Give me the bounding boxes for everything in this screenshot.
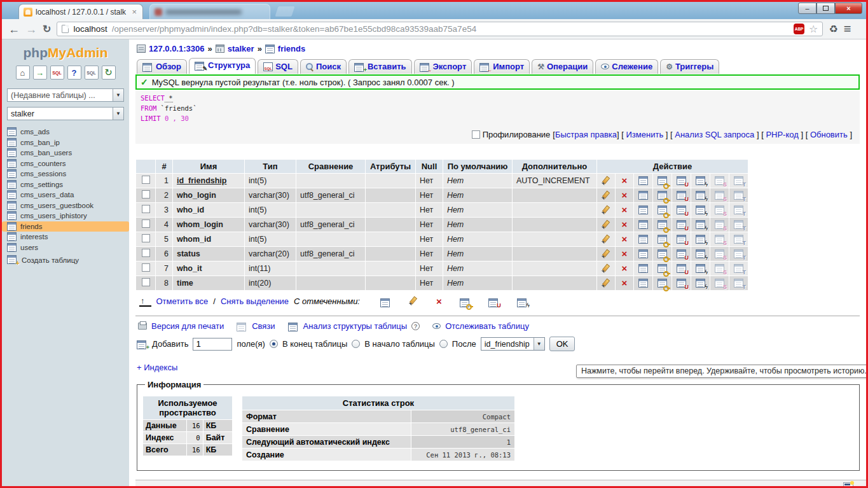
back-button[interactable]: ← <box>8 24 20 35</box>
relations-link[interactable]: Связи <box>252 321 275 331</box>
unique-index-icon[interactable]: U <box>676 220 687 230</box>
breadcrumb-database[interactable]: stalker <box>228 44 254 53</box>
primary-key-icon[interactable] <box>657 235 668 244</box>
check-all-link[interactable]: Отметить все <box>156 296 209 306</box>
radio-at-end[interactable] <box>270 340 278 348</box>
after-field-select[interactable]: id_friendship ▼ <box>481 337 545 351</box>
query-action-link[interactable]: PHP-код <box>766 130 798 139</box>
drop-x-icon[interactable]: × <box>622 220 628 229</box>
help-circle-icon[interactable]: ? <box>411 322 420 330</box>
drop-x-icon[interactable]: × <box>622 263 628 273</box>
primary-key-icon[interactable] <box>460 297 471 307</box>
recent-tables-select[interactable]: (Недавние таблицы) ... ▼ <box>7 88 124 102</box>
browse-icon[interactable] <box>638 220 649 230</box>
open-new-window-icon[interactable] <box>843 482 853 486</box>
unique-index-icon[interactable]: U <box>676 206 687 215</box>
query-action-link[interactable]: Обновить <box>810 130 848 139</box>
drop-x-icon[interactable]: × <box>622 176 628 185</box>
index-icon[interactable]: ϟ <box>695 279 706 288</box>
reload-button[interactable]: ↻ <box>43 24 51 34</box>
primary-key-icon[interactable] <box>657 279 668 288</box>
sidebar-table-item[interactable]: cms_ban_users <box>2 148 129 158</box>
close-button[interactable]: × <box>835 3 862 14</box>
tab-операции[interactable]: ⚒Операции <box>532 59 593 74</box>
sql-window-icon[interactable]: SQL <box>50 66 64 80</box>
home-icon[interactable]: ⌂ <box>16 66 30 80</box>
address-bar[interactable]: localhost /openserver/phpmyadmin/index.p… <box>57 22 823 36</box>
field-count-input[interactable] <box>193 338 232 351</box>
sidebar-table-item[interactable]: cms_users_data <box>2 190 129 200</box>
sidebar-table-item[interactable]: cms_sessions <box>2 169 129 179</box>
maximize-button[interactable] <box>816 3 835 14</box>
unique-index-icon[interactable]: U <box>676 264 687 274</box>
forward-button[interactable]: → <box>25 24 37 35</box>
reload-navigation-icon[interactable]: ↻ <box>102 66 116 80</box>
browser-tab-active[interactable]: localhost / 127.0.0.1 / stalk × <box>18 4 143 19</box>
unique-index-icon[interactable]: U <box>676 176 687 186</box>
browse-icon[interactable] <box>638 235 649 244</box>
primary-key-icon[interactable] <box>657 220 668 230</box>
chrome-menu-icon[interactable]: ≡ <box>844 22 851 36</box>
adblock-icon[interactable]: ABP <box>794 24 804 34</box>
primary-key-icon[interactable] <box>657 191 668 200</box>
sidebar-table-item[interactable]: cms_settings <box>2 179 129 190</box>
unique-index-icon[interactable]: U <box>676 249 687 259</box>
row-checkbox[interactable] <box>142 220 150 228</box>
analyze-structure-link[interactable]: Анализ структуры таблицы <box>303 321 408 331</box>
tab-триггеры[interactable]: ⚙Триггеры <box>660 59 719 74</box>
index-icon[interactable]: ϟ <box>517 297 528 307</box>
unique-index-icon[interactable]: U <box>676 191 687 200</box>
edit-pencil-icon[interactable] <box>602 176 611 185</box>
tab-вставить[interactable]: +Вставить <box>348 59 412 74</box>
sql-docs-icon[interactable]: SQL <box>85 66 99 80</box>
browse-icon[interactable] <box>380 297 391 307</box>
browse-icon[interactable] <box>638 191 649 200</box>
create-table-link[interactable]: + Создать таблицу <box>2 253 129 266</box>
edit-pencil-icon[interactable] <box>602 249 611 258</box>
sidebar-table-item[interactable]: cms_ban_ip <box>2 137 129 148</box>
index-icon[interactable]: ϟ <box>695 191 706 200</box>
uncheck-all-link[interactable]: Снять выделение <box>221 296 289 306</box>
unique-index-icon[interactable]: U <box>676 279 687 288</box>
edit-pencil-icon[interactable] <box>602 278 611 287</box>
sidebar-table-item[interactable]: users <box>2 242 129 253</box>
profiling-checkbox[interactable] <box>472 130 480 139</box>
breadcrumb-server[interactable]: 127.0.0.1:3306 <box>149 44 204 53</box>
database-select[interactable]: stalker ▼ <box>7 107 124 120</box>
drop-x-icon[interactable]: × <box>622 190 628 200</box>
edit-pencil-icon[interactable] <box>409 296 418 305</box>
ok-button[interactable]: OK <box>549 337 575 351</box>
index-icon[interactable]: ϟ <box>695 264 706 274</box>
tab-импорт[interactable]: ←Импорт <box>474 59 530 74</box>
index-icon[interactable]: ϟ <box>695 206 706 215</box>
tab-обзор[interactable]: Обзор <box>137 59 187 74</box>
browse-icon[interactable] <box>638 206 649 215</box>
sidebar-table-item[interactable]: cms_counters <box>2 158 129 169</box>
drop-x-icon[interactable]: × <box>436 296 442 306</box>
radio-after[interactable] <box>439 340 448 348</box>
edit-pencil-icon[interactable] <box>602 205 611 214</box>
logout-icon[interactable]: → <box>33 66 47 80</box>
browse-icon[interactable] <box>638 279 649 288</box>
drop-x-icon[interactable]: × <box>622 278 628 288</box>
breadcrumb-table[interactable]: friends <box>278 44 305 53</box>
tab-структура[interactable]: ✎Структура <box>189 58 256 74</box>
tab-поиск[interactable]: Поиск <box>300 59 347 74</box>
query-action-link[interactable]: Быстрая правка <box>555 130 617 139</box>
row-checkbox[interactable] <box>142 176 150 184</box>
row-checkbox[interactable] <box>142 190 150 199</box>
unique-index-icon[interactable]: U <box>676 235 687 244</box>
row-checkbox[interactable] <box>142 249 150 257</box>
radio-at-begin[interactable] <box>352 340 360 348</box>
help-icon[interactable]: ? <box>67 66 81 80</box>
print-view-link[interactable]: Версия для печати <box>151 321 224 331</box>
browse-icon[interactable] <box>638 249 649 259</box>
unique-index-icon[interactable]: U <box>488 297 499 307</box>
query-action-link[interactable]: Анализ SQL запроса <box>675 130 754 139</box>
browse-icon[interactable] <box>638 264 649 274</box>
index-icon[interactable]: ϟ <box>695 220 706 230</box>
row-checkbox[interactable] <box>142 263 150 272</box>
tab-sql[interactable]: SQLSQL <box>258 59 298 74</box>
index-icon[interactable]: ϟ <box>695 249 706 259</box>
sidebar-table-item[interactable]: cms_users_guestbook <box>2 200 129 211</box>
